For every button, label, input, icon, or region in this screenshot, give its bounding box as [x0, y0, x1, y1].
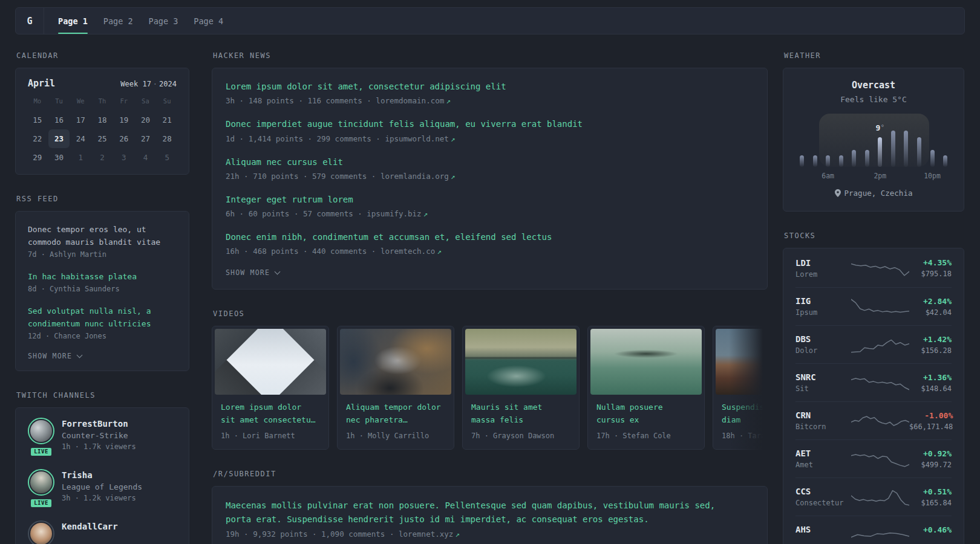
stock-values: +0.51%$165.84 [921, 487, 952, 507]
tab-page-2[interactable]: Page 2 [96, 8, 141, 34]
weather-location: Prague, Czechia [795, 189, 952, 198]
post-domain-link[interactable]: loremnet.xyz↗ [399, 529, 460, 539]
story-domain-link[interactable]: loremlandia.org↗ [381, 172, 455, 181]
calendar-weekday: Sa [135, 97, 157, 111]
video-card[interactable]: Mauris sit amet massa felis 7h · Grayson… [462, 326, 580, 450]
stock-values: +4.35%$795.18 [921, 258, 952, 278]
channel-category: League of Legends [62, 482, 142, 491]
stock-name: Bitcorn [795, 423, 851, 431]
stock-price: $42.04 [923, 308, 952, 317]
stock-row[interactable]: CCSConsectetur +0.51%$165.84 [795, 478, 952, 516]
middle-column: HACKER NEWS Lorem ipsum dolor sit amet, … [212, 51, 768, 544]
video-meta: 1h · Lori Barnett [221, 432, 320, 440]
stock-symbol: AET [795, 448, 851, 458]
stock-info: CRNBitcorn [795, 410, 851, 431]
story-domain: loremlandia.org [381, 172, 449, 181]
stock-row[interactable]: IIGIpsum +2.84%$42.04 [795, 287, 952, 325]
hackernews-show-more-button[interactable]: SHOW MORE [226, 268, 754, 277]
calendar-day: 28 [156, 129, 178, 148]
calendar-day: 19 [113, 111, 135, 129]
twitch-channel[interactable]: LIVE ForrestBurton Counter-Strike 1h · 1… [27, 418, 178, 458]
stock-name: Sit [795, 384, 851, 393]
stock-row[interactable]: SNRCSit +1.36%$148.64 [795, 363, 952, 401]
stock-change: +1.36% [921, 373, 952, 382]
calendar-day: 1 [70, 148, 91, 167]
stock-name: Dolor [795, 346, 851, 355]
stock-change: +0.51% [921, 487, 952, 496]
story-domain-link[interactable]: loremdomain.com↗ [376, 96, 450, 105]
stock-info: IIGIpsum [795, 296, 851, 317]
show-more-label: SHOW MORE [226, 268, 270, 277]
avatar-wrap: LIVE [27, 469, 56, 509]
rss-widget: Donec tempor eros leo, ut commodo mauris… [15, 211, 189, 371]
story-domain: ipsumify.biz [367, 209, 421, 218]
video-meta: 18h · Tara [722, 432, 768, 440]
story-title[interactable]: Donec enim nibh, condimentum et accumsan… [226, 231, 754, 243]
rss-show-more-button[interactable]: SHOW MORE [28, 352, 177, 360]
hackernews-heading: HACKER NEWS [213, 51, 768, 60]
story-title[interactable]: Lorem ipsum dolor sit amet, consectetur … [226, 80, 754, 92]
weather-condition: Overcast [795, 80, 952, 91]
rss-item-title[interactable]: Sed volutpat nulla nisl, a condimentum n… [28, 305, 177, 330]
hackernews-item: Integer eget rutrum lorem 6h · 60 points… [226, 193, 754, 218]
tab-page-1[interactable]: Page 1 [50, 8, 96, 34]
video-thumbnail [590, 329, 702, 395]
stock-values: +0.46% [923, 525, 952, 544]
calendar-day: 16 [48, 111, 70, 129]
stock-sparkline [851, 487, 909, 507]
twitch-channel[interactable]: LIVE Trisha League of Legends 3h · 1.2k … [27, 469, 178, 509]
post-title[interactable]: Maecenas mollis pulvinar erat non posuer… [226, 499, 737, 526]
calendar-day: 27 [135, 129, 157, 148]
video-title: Lorem ipsum dolor sit amet consectetu… [221, 401, 318, 427]
story-domain-link[interactable]: loremtech.co↗ [381, 247, 442, 256]
tab-page-3[interactable]: Page 3 [141, 8, 186, 34]
reddit-widget: Maecenas mollis pulvinar erat non posuer… [212, 486, 768, 544]
dashboard-page: G Page 1 Page 2 Page 3 Page 4 CALENDAR A… [0, 0, 980, 544]
calendar-day: 17 [70, 111, 91, 129]
hackernews-item: Donec imperdiet augue tincidunt felis al… [226, 118, 754, 143]
stock-row[interactable]: DBSDolor +1.42%$156.28 [795, 325, 952, 363]
video-card[interactable]: Aliquam tempor dolor nec pharetra… 1h · … [337, 326, 454, 450]
video-thumbnail [340, 329, 451, 395]
post-domain: loremnet.xyz [399, 529, 453, 539]
avatar-image [30, 523, 52, 544]
rss-item: Donec tempor eros leo, ut commodo mauris… [28, 223, 177, 259]
rss-item: In hac habitasse platea 8d · Cynthia Sau… [28, 270, 177, 293]
calendar-widget: April Week 17·2024 MoTuWeThFrSaSu1516171… [15, 68, 189, 175]
rss-item-title[interactable]: Donec tempor eros leo, ut commodo mauris… [28, 223, 177, 248]
stock-sparkline [851, 334, 909, 355]
hackernews-item: Aliquam nec cursus elit 21h · 710 points… [226, 156, 754, 181]
calendar-day: 26 [113, 129, 135, 148]
avatar-image [30, 471, 52, 493]
stocks-widget: LDILorem +4.35%$795.18 IIGIpsum +2.84%$4… [783, 248, 964, 544]
stock-row[interactable]: AETAmet +0.92%$499.72 [795, 439, 952, 478]
stock-name: Amet [795, 461, 851, 469]
stock-row[interactable]: CRNBitcorn -1.00%$66,171.48 [795, 401, 952, 439]
video-card[interactable]: Nullam posuere cursus ex 17h · Stefan Co… [587, 326, 705, 450]
weather-bar [917, 137, 921, 167]
twitch-channel[interactable]: LIVE KendallCarr [27, 520, 178, 544]
video-thumbnail [215, 329, 326, 395]
tab-label: Page 2 [103, 16, 133, 26]
stock-symbol: IIG [795, 296, 851, 306]
story-title[interactable]: Integer eget rutrum lorem [226, 193, 754, 206]
stock-row[interactable]: AHS +0.46% [795, 516, 952, 544]
stock-row[interactable]: LDILorem +4.35%$795.18 [795, 249, 952, 287]
calendar-day: 25 [91, 129, 113, 148]
tab-page-4[interactable]: Page 4 [186, 8, 231, 34]
stock-symbol: LDI [795, 258, 851, 268]
rss-item-title[interactable]: In hac habitasse platea [28, 270, 177, 283]
story-domain-link[interactable]: ipsumify.biz↗ [367, 209, 428, 218]
show-more-label: SHOW MORE [28, 352, 72, 360]
calendar-day: 15 [27, 111, 48, 129]
story-stats: 3h · 148 points · 116 comments · [226, 96, 376, 105]
story-domain-link[interactable]: ipsumworld.net↗ [385, 134, 455, 143]
tab-label: Page 4 [194, 16, 223, 26]
story-title[interactable]: Aliquam nec cursus elit [226, 156, 754, 168]
stock-price: $795.18 [921, 270, 952, 278]
weather-bar [891, 131, 895, 167]
story-title[interactable]: Donec imperdiet augue tincidunt felis al… [226, 118, 754, 130]
video-card[interactable]: Suspendisse potenti diam 18h · Tara [713, 326, 768, 450]
video-card[interactable]: Lorem ipsum dolor sit amet consectetu… 1… [212, 326, 329, 450]
calendar-day: 24 [70, 129, 91, 148]
